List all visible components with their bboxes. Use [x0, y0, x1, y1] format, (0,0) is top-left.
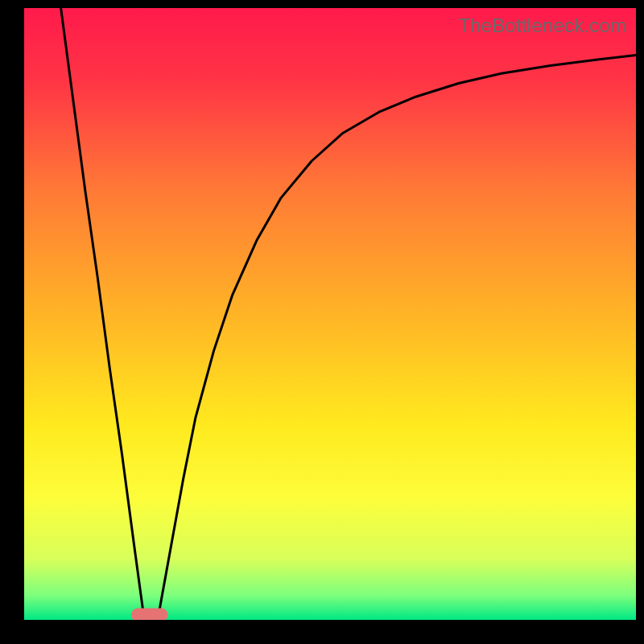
marker-layer: [131, 609, 168, 620]
bottleneck-pill: [131, 609, 168, 620]
gradient-bg: [24, 8, 636, 620]
plot-area: TheBottleneck.com: [24, 8, 636, 620]
chart-frame: TheBottleneck.com: [0, 0, 644, 644]
chart-svg: [24, 8, 636, 620]
watermark-text: TheBottleneck.com: [458, 14, 626, 37]
